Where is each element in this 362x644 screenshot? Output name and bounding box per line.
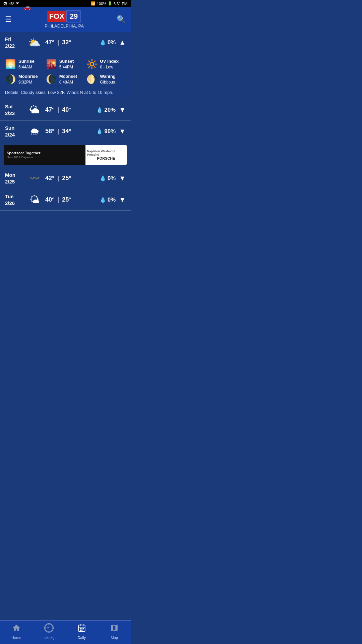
precip-sun: 💧 90% xyxy=(89,128,116,135)
chevron-sun: ▼ xyxy=(119,127,126,135)
city-name: PHILADELPHIA, PA xyxy=(45,23,84,29)
precip-tue: 💧 0% xyxy=(89,197,116,203)
day-row-mon[interactable]: Mon 2/25 〰️ 42° | 25° 💧 0% ▼ xyxy=(0,168,131,189)
status-left: 🖼 46° ✉ ··· xyxy=(3,1,24,6)
nav-daily[interactable]: Daily xyxy=(70,624,94,640)
uv-item: 🔆 UV Index 0 - Low xyxy=(86,58,126,70)
ad-banner[interactable]: Sportscar Together. New 2019 Cayenne. 🚗 … xyxy=(4,145,127,165)
day-date-fri: Fri 2/22 xyxy=(5,36,23,49)
moon-phase-text: Waning Gibbous xyxy=(100,73,115,85)
sunrise-text: Sunrise 6:44AM xyxy=(18,58,35,70)
daily-icon xyxy=(77,624,86,634)
day-row-sun[interactable]: Sun 2/24 🌧 58° | 34° 💧 90% ▼ xyxy=(0,121,131,142)
ad-content-left: Sportscar Together. New 2019 Cayenne. 🚗 xyxy=(4,145,85,165)
drop-icon-tue: 💧 xyxy=(100,197,106,203)
drop-icon-sat: 💧 xyxy=(96,107,103,113)
sunset-item: 🌇 Sunset 5:44PM xyxy=(46,58,85,70)
chevron-tue: ▼ xyxy=(119,196,126,204)
sunset-icon: 🌇 xyxy=(46,59,57,69)
weather-icon-tue: 🌤 xyxy=(25,194,44,206)
nav-map-label: Map xyxy=(111,636,118,640)
chevron-sat: ▼ xyxy=(119,106,126,114)
nav-home-label: Home xyxy=(11,636,21,640)
fox-logo: FOX 29 xyxy=(47,10,81,22)
ad-dealer: Napleton Westmont Porsche xyxy=(87,150,125,156)
svg-rect-9 xyxy=(80,630,81,631)
precip-mon: 💧 0% xyxy=(89,175,116,182)
chevron-mon: ▼ xyxy=(119,174,126,182)
moonset-text: Moonset 8:48AM xyxy=(59,73,77,85)
temps-sun: 58° | 34° xyxy=(45,128,89,135)
menu-button[interactable]: ☰ xyxy=(5,16,12,23)
expanded-fri: 🌅 Sunrise 6:44AM 🌇 Sunset 5:44PM 🔆 xyxy=(0,53,131,99)
sun-moon-grid: 🌅 Sunrise 6:44AM 🌇 Sunset 5:44PM 🔆 xyxy=(5,58,126,85)
day-date-sat: Sat 2/23 xyxy=(5,103,23,116)
temps-mon: 42° | 25° xyxy=(45,175,89,182)
drop-icon-fri: 💧 xyxy=(100,39,106,46)
sunrise-item: 🌅 Sunrise 6:44AM xyxy=(5,58,44,70)
day-row-sat[interactable]: Sat 2/23 🌥 47° | 40° 💧 20% ▼ xyxy=(0,99,131,121)
temps-sat: 47° | 40° xyxy=(45,106,89,113)
app-header: ☰ FOX 29 PHILADELPHIA, PA 🔍 xyxy=(0,7,131,32)
drop-icon-sun: 💧 xyxy=(96,128,103,135)
weather-icon-fri: ⛅ xyxy=(25,37,44,48)
nav-daily-label: Daily xyxy=(78,636,86,640)
weather-section-fri: Fri 2/22 ⛅ 47° | 32° 💧 0% ▲ 🌅 Sunrise xyxy=(0,32,131,99)
nav-home[interactable]: Home xyxy=(5,624,28,640)
weather-icon-sat: 🌥 xyxy=(25,104,44,116)
ad-slogan: Sportscar Together. xyxy=(7,151,83,155)
precip-fri: 💧 0% xyxy=(89,39,116,46)
day-row-fri[interactable]: Fri 2/22 ⛅ 47° | 32° 💧 0% ▲ xyxy=(0,32,131,53)
sunset-text: Sunset 5:44PM xyxy=(59,58,74,70)
photo-icon: 🖼 xyxy=(3,2,7,6)
svg-rect-7 xyxy=(81,628,82,629)
moonrise-text: Moonrise 9:32PM xyxy=(18,73,38,85)
hourly-icon xyxy=(44,623,54,635)
svg-rect-6 xyxy=(80,628,81,629)
uv-icon: 🔆 xyxy=(86,59,97,69)
day-date-sun: Sun 2/24 xyxy=(5,125,23,138)
status-right: 📶 100% 🔋 3:31 PM xyxy=(91,1,127,6)
battery-icon: 🔋 xyxy=(108,1,112,6)
nav-hourly[interactable]: Hourly xyxy=(37,623,61,640)
weather-icon-sun: 🌧 xyxy=(25,126,44,137)
temps-tue: 40° | 25° xyxy=(45,196,89,203)
chevron-fri: ▲ xyxy=(119,39,126,46)
nav-hourly-label: Hourly xyxy=(44,636,54,640)
moonrise-item: 🌒 Moonrise 9:32PM xyxy=(5,73,44,85)
wifi-icon: 📶 xyxy=(91,1,96,6)
precip-sat: 💧 20% xyxy=(89,107,116,113)
bottom-nav: Home Hourly Daily xyxy=(0,620,131,644)
day-row-tue[interactable]: Tue 2/26 🌤 40° | 25° 💧 0% ▼ xyxy=(0,189,131,211)
battery-level: 100% xyxy=(97,2,106,6)
uv-text: UV Index 0 - Low xyxy=(100,58,119,70)
search-button[interactable]: 🔍 xyxy=(117,15,126,24)
temps-fri: 47° | 32° xyxy=(45,39,89,46)
home-icon xyxy=(12,624,21,634)
moonset-icon: 🌘 xyxy=(46,74,57,85)
logo-container: FOX 29 PHILADELPHIA, PA xyxy=(45,10,84,29)
moonset-item: 🌘 Moonset 8:48AM xyxy=(46,73,85,85)
weather-icon-mon: 〰️ xyxy=(25,173,44,183)
svg-rect-10 xyxy=(81,630,82,631)
day-date-mon: Mon 2/25 xyxy=(5,172,23,185)
sunrise-icon: 🌅 xyxy=(5,59,16,69)
clock: 3:31 PM xyxy=(114,2,127,6)
ad-content-right: Napleton Westmont Porsche PORSCHE xyxy=(85,145,127,165)
drop-icon-mon: 💧 xyxy=(100,175,106,181)
moonrise-icon: 🌒 xyxy=(5,74,16,85)
fox-red: FOX xyxy=(47,11,66,22)
status-bar: 🖼 46° ✉ ··· 📶 100% 🔋 3:31 PM xyxy=(0,0,131,7)
nav-map[interactable]: Map xyxy=(103,624,126,640)
status-temp: 46° xyxy=(9,2,14,6)
fox-number: 29 xyxy=(66,10,81,22)
email-icon: ✉ xyxy=(16,1,19,6)
moon-phase-item: 🌖 Waning Gibbous xyxy=(86,73,126,85)
day-date-tue: Tue 2/26 xyxy=(5,193,23,206)
moon-phase-icon: 🌖 xyxy=(86,74,97,85)
map-icon xyxy=(110,624,119,634)
details-text-fri: Details: Cloudy skies. Low 32F. Winds N … xyxy=(5,89,126,96)
ad-model: New 2019 Cayenne. xyxy=(7,156,83,159)
svg-rect-8 xyxy=(83,628,84,629)
ad-logo: PORSCHE xyxy=(87,156,125,160)
